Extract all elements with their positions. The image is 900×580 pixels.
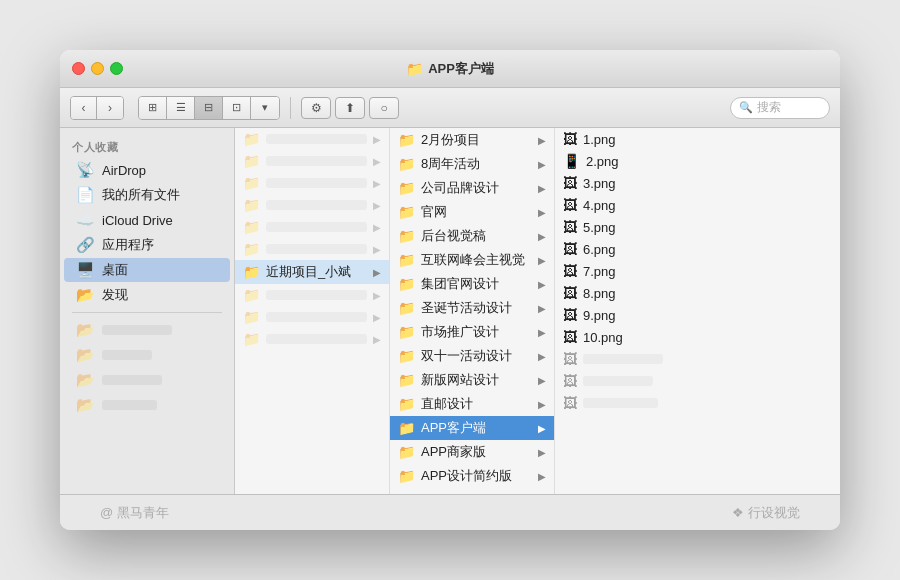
- col2-label-newweb: 新版网站设计: [421, 371, 532, 389]
- col2-item-xmas[interactable]: 📁 圣诞节活动设计 ▶: [390, 296, 554, 320]
- search-box[interactable]: 🔍 搜索: [730, 97, 830, 119]
- col2-item-group[interactable]: 📁 集团官网设计 ▶: [390, 272, 554, 296]
- col2-item-merchant[interactable]: 📁 APP商家版 ▶: [390, 440, 554, 464]
- file-icon: 🖼: [563, 307, 577, 323]
- col2-label-merchant: APP商家版: [421, 443, 532, 461]
- folder-icon: 📁: [398, 348, 415, 364]
- folder-icon: 📁: [398, 204, 415, 220]
- col1-item-1[interactable]: 📁 ▶: [235, 128, 389, 150]
- col2-label-simple: APP设计简约版: [421, 467, 532, 485]
- col1-item-4[interactable]: 📁 ▶: [235, 194, 389, 216]
- file-icon: 🖼: [563, 285, 577, 301]
- sidebar-item-apps[interactable]: 🔗 应用程序: [64, 233, 230, 257]
- col1-item-10[interactable]: 📁 ▶: [235, 328, 389, 350]
- forward-button[interactable]: ›: [97, 97, 123, 119]
- sidebar-item-airdrop[interactable]: 📡 AirDrop: [64, 158, 230, 182]
- file-item-10[interactable]: 🖼 10.png: [555, 326, 695, 348]
- arrow-icon: ▶: [538, 471, 546, 482]
- col1-item-8[interactable]: 📁 ▶: [235, 284, 389, 306]
- file-label-4: 4.png: [583, 198, 616, 213]
- file-item-1[interactable]: 🖼 1.png: [555, 128, 695, 150]
- sidebar-item-dim2[interactable]: 📂: [64, 343, 230, 367]
- col2-label-brand: 公司品牌设计: [421, 179, 532, 197]
- arrow-icon: ▶: [373, 200, 381, 211]
- col2-item-simple[interactable]: 📁 APP设计简约版 ▶: [390, 464, 554, 488]
- sidebar-item-icloud[interactable]: ☁️ iCloud Drive: [64, 208, 230, 232]
- col2-item-feb[interactable]: 📁 2月份项目 ▶: [390, 128, 554, 152]
- file-item-12[interactable]: 🖼: [555, 370, 695, 392]
- file-label-10: 10.png: [583, 330, 623, 345]
- col2-label-app: APP客户端: [421, 419, 532, 437]
- folder-icon: 📁: [243, 131, 260, 147]
- arrow-icon: ▶: [373, 156, 381, 167]
- coverflow-view-button[interactable]: ⊡: [223, 97, 251, 119]
- file-icon: 🖼: [563, 175, 577, 191]
- minimize-button[interactable]: [91, 62, 104, 75]
- col2-item-app[interactable]: 📁 APP客户端 ▶: [390, 416, 554, 440]
- sidebar: 个人收藏 📡 AirDrop 📄 我的所有文件 ☁️ iCloud Drive …: [60, 128, 235, 494]
- icon-view-button[interactable]: ⊞: [139, 97, 167, 119]
- folder-icon: 📁: [398, 468, 415, 484]
- arrow-icon: ▶: [538, 375, 546, 386]
- folder-icon: 📁: [398, 396, 415, 412]
- folder-icon: 📁: [398, 180, 415, 196]
- folder-icon: 📁: [243, 219, 260, 235]
- sidebar-item-dim1[interactable]: 📂: [64, 318, 230, 342]
- col1-item-5[interactable]: 📁 ▶: [235, 216, 389, 238]
- action-buttons: ⚙ ⬆ ○: [301, 97, 399, 119]
- file-item-8[interactable]: 🖼 8.png: [555, 282, 695, 304]
- gear-button[interactable]: ⚙: [301, 97, 331, 119]
- zoom-button[interactable]: [110, 62, 123, 75]
- arrow-icon: ▶: [373, 267, 381, 278]
- tag-button[interactable]: ○: [369, 97, 399, 119]
- allfiles-icon: 📄: [76, 186, 95, 204]
- col2-item-ann[interactable]: 📁 8周年活动 ▶: [390, 152, 554, 176]
- share-button[interactable]: ⬆: [335, 97, 365, 119]
- folder-icon: 📁: [398, 252, 415, 268]
- col1-item-2[interactable]: 📁 ▶: [235, 150, 389, 172]
- back-button[interactable]: ‹: [71, 97, 97, 119]
- sidebar-label-apps: 应用程序: [102, 236, 154, 254]
- col2-item-brand[interactable]: 📁 公司品牌设计 ▶: [390, 176, 554, 200]
- window-title: 📁 APP客户端: [406, 60, 494, 78]
- sidebar-item-desktop[interactable]: 🖥️ 桌面: [64, 258, 230, 282]
- view-options-button[interactable]: ▾: [251, 97, 279, 119]
- col2-label-market: 市场推广设计: [421, 323, 532, 341]
- nav-buttons: ‹ ›: [70, 96, 124, 120]
- file-item-6[interactable]: 🖼 6.png: [555, 238, 695, 260]
- file-item-9[interactable]: 🖼 9.png: [555, 304, 695, 326]
- col2-item-direct[interactable]: 📁 直邮设计 ▶: [390, 392, 554, 416]
- file-icon: 📱: [563, 153, 580, 169]
- file-item-5[interactable]: 🖼 5.png: [555, 216, 695, 238]
- col2-item-double11[interactable]: 📁 双十一活动设计 ▶: [390, 344, 554, 368]
- col1-item-3[interactable]: 📁 ▶: [235, 172, 389, 194]
- file-label-5: 5.png: [583, 220, 616, 235]
- file-item-13[interactable]: 🖼: [555, 392, 695, 414]
- arrow-icon: ▶: [373, 178, 381, 189]
- col1-item-9[interactable]: 📁 ▶: [235, 306, 389, 328]
- file-item-11[interactable]: 🖼: [555, 348, 695, 370]
- sidebar-item-discover[interactable]: 📂 发现: [64, 283, 230, 307]
- sidebar-item-dim4[interactable]: 📂: [64, 393, 230, 417]
- col2-item-market[interactable]: 📁 市场推广设计 ▶: [390, 320, 554, 344]
- column-view-button[interactable]: ⊟: [195, 97, 223, 119]
- file-item-4[interactable]: 🖼 4.png: [555, 194, 695, 216]
- search-placeholder: 搜索: [757, 99, 781, 116]
- col1-item-near[interactable]: 📁 近期项目_小斌 ▶: [235, 260, 389, 284]
- file-item-3[interactable]: 🖼 3.png: [555, 172, 695, 194]
- file-item-7[interactable]: 🖼 7.png: [555, 260, 695, 282]
- col2-item-summit[interactable]: 📁 互联网峰会主视觉 ▶: [390, 248, 554, 272]
- col2-item-newweb[interactable]: 📁 新版网站设计 ▶: [390, 368, 554, 392]
- file-item-2[interactable]: 📱 2.png: [555, 150, 695, 172]
- close-button[interactable]: [72, 62, 85, 75]
- toolbar: ‹ › ⊞ ☰ ⊟ ⊡ ▾ ⚙ ⬆ ○ 🔍 搜索: [60, 88, 840, 128]
- file-icon: 🖼: [563, 395, 577, 411]
- sidebar-item-dim3[interactable]: 📂: [64, 368, 230, 392]
- list-view-button[interactable]: ☰: [167, 97, 195, 119]
- col2-item-web[interactable]: 📁 官网 ▶: [390, 200, 554, 224]
- sidebar-item-allfiles[interactable]: 📄 我的所有文件: [64, 183, 230, 207]
- col2-item-back[interactable]: 📁 后台视觉稿 ▶: [390, 224, 554, 248]
- file-label-9: 9.png: [583, 308, 616, 323]
- col1-item-6[interactable]: 📁 ▶: [235, 238, 389, 260]
- folder-icon: 📁: [243, 287, 260, 303]
